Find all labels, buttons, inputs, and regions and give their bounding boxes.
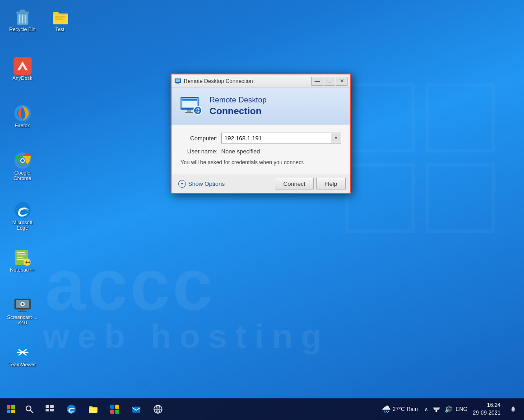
google-chrome-label: Google Chrome [8,170,37,181]
test-folder-icon [51,8,70,27]
username-value: None specified [221,148,260,155]
desktop-icon-anydesk[interactable]: AnyDesk [5,54,39,83]
svg-rect-3 [427,165,493,231]
show-options-label: Show Options [188,180,225,187]
taskbar: 🌧️ 27°C Rain ∧ 🔊 ENG 16:24 29-09-2021 [0,398,524,420]
svg-rect-60 [115,405,119,409]
windows-logo-watermark [343,81,497,235]
help-button[interactable]: Help [316,178,346,189]
svg-rect-46 [187,110,191,112]
notepadpp-icon: ++ [13,248,32,267]
svg-rect-11 [55,18,63,20]
desktop-icon-microsoft-edge[interactable]: Microsoft Edge [5,198,39,233]
task-view-button[interactable] [40,400,60,418]
svg-rect-54 [46,405,49,408]
recycle-bin-label: Recycle Bin [9,27,35,32]
rdp-header-icon [180,94,203,118]
taskbar-date: 29-09-2021 [473,409,501,417]
taskbar-store-button[interactable] [105,400,125,418]
taskbar-fileexplorer-button[interactable] [83,400,103,418]
show-options-button[interactable]: ▾ Show Options [176,179,227,189]
screencast-label: Screencast-...v2.0 [7,314,38,325]
svg-rect-24 [17,257,23,258]
volume-icon[interactable]: 🔊 [444,405,453,414]
dialog-header: Remote Desktop Connection [172,88,350,125]
svg-rect-50 [7,410,10,413]
username-field: User name: None specified [181,148,341,155]
dialog-title-text: Remote Desktop Connection [184,78,311,84]
maximize-button[interactable]: □ [324,77,335,86]
combo-arrow[interactable]: ▼ [331,133,341,143]
firefox-label: Firefox [15,123,30,128]
dialog-header-line2: Connection [209,105,267,116]
taskbar-mail-button[interactable] [126,400,146,418]
systray: 🌧️ 27°C Rain ∧ 🔊 ENG 16:24 29-09-2021 [377,400,522,418]
svg-rect-36 [176,79,180,82]
weather-temp: 27°C [393,406,405,412]
taskbar-network-button[interactable] [148,400,168,418]
dialog-body: Computer: ▼ User name: None specified Yo… [172,125,350,174]
svg-point-52 [26,406,31,411]
svg-rect-71 [512,411,514,412]
svg-rect-22 [17,252,25,253]
desktop: accc web hosting Recycle Bin [0,0,524,398]
start-button[interactable] [2,400,20,418]
svg-line-53 [31,411,33,413]
svg-rect-63 [132,407,140,413]
svg-rect-37 [176,83,179,84]
rdp-dialog-window: Remote Desktop Connection — □ ✕ [171,74,351,194]
network-icon-tray[interactable] [432,404,441,415]
teamviewer-icon [13,343,32,362]
google-chrome-icon [13,151,32,170]
computer-input[interactable] [221,133,331,143]
weather-condition: Rain [407,406,418,412]
dialog-info-text: You will be asked for credentials when y… [181,159,341,166]
svg-rect-25 [17,259,25,260]
svg-rect-55 [50,405,54,408]
desktop-icon-teamviewer[interactable]: TeamViewer [5,341,39,369]
minimize-button[interactable]: — [311,77,323,86]
weather-icon: 🌧️ [382,405,391,414]
svg-point-19 [21,159,24,162]
recycle-bin-icon [13,8,32,27]
notepadpp-label: Notepad++ [10,267,34,272]
dialog-header-text: Remote Desktop Connection [209,96,267,116]
dialog-titlebar: Remote Desktop Connection — □ ✕ [172,74,350,88]
svg-rect-2 [347,165,413,231]
show-hidden-icons[interactable]: ∧ [423,405,429,413]
svg-rect-10 [55,16,65,18]
desktop-icon-firefox[interactable]: Firefox [5,102,39,130]
svg-rect-57 [50,409,54,411]
desktop-icon-test[interactable]: Test [43,5,77,34]
desktop-icon-google-chrome[interactable]: Google Chrome [5,149,39,183]
svg-rect-48 [7,405,10,409]
weather-widget[interactable]: 🌧️ 27°C Rain [379,405,421,414]
notification-button[interactable] [506,400,520,418]
firefox-icon [13,104,32,123]
anydesk-label: AnyDesk [12,75,32,81]
teamviewer-label: TeamViewer [9,362,36,367]
svg-rect-59 [110,405,114,409]
svg-rect-61 [110,410,114,414]
microsoft-edge-label: Microsoft Edge [8,220,37,231]
svg-rect-1 [427,85,493,151]
dialog-title-icon [174,78,181,85]
desktop-icon-notepadpp[interactable]: ++ Notepad++ [5,246,39,275]
desktop-icon-recycle-bin[interactable]: Recycle Bin [5,5,39,34]
dialog-footer: ▾ Show Options Connect Help [172,174,350,193]
svg-rect-62 [115,410,119,414]
dialog-header-line1: Remote Desktop [209,96,267,105]
language-indicator: ENG [456,406,468,412]
taskbar-clock[interactable]: 16:24 29-09-2021 [470,402,503,417]
svg-rect-47 [185,112,193,113]
connect-button[interactable]: Connect [275,178,314,189]
desktop-icon-screencast[interactable]: Screencast-...v2.0 [5,293,39,328]
watermark-webhosting: web hosting [43,317,329,355]
svg-rect-70 [433,407,440,409]
svg-rect-23 [17,254,26,255]
svg-text:++: ++ [25,260,31,265]
search-button[interactable] [21,401,38,418]
taskbar-edge-button[interactable] [61,400,81,418]
close-button[interactable]: ✕ [336,77,348,86]
dialog-controls: — □ ✕ [311,77,348,86]
